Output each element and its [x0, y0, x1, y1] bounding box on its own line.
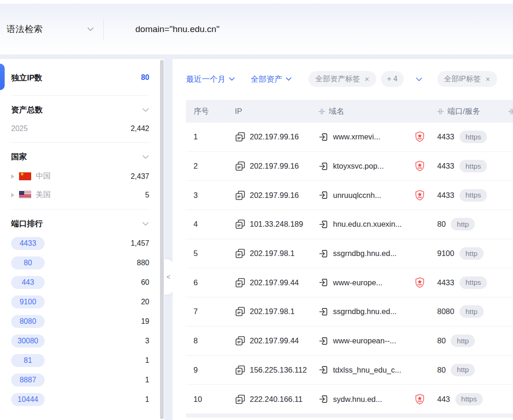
close-icon[interactable]: × — [365, 75, 369, 83]
port-pill[interactable]: 4433 — [11, 237, 45, 250]
open-domain-icon[interactable] — [319, 336, 329, 346]
sidebar-scrollbar[interactable] — [160, 60, 164, 419]
asset-total-row[interactable]: 2025 2,442 — [11, 125, 149, 133]
port-pill[interactable]: 10444 — [11, 393, 45, 406]
row-domain[interactable]: ssgrndbg.hnu.ed... — [333, 307, 397, 316]
table-row[interactable]: 1 IP 202.197.99.16 www.xrmevi... 44 — [186, 123, 513, 152]
row-ip[interactable]: 202.197.98.1 — [250, 307, 294, 316]
port-pill[interactable]: 30080 — [11, 335, 45, 348]
chevron-down-icon[interactable] — [416, 77, 422, 81]
asset-scope-dropdown[interactable]: 全部资产 — [251, 74, 292, 85]
independent-ip-section[interactable]: 独立IP数 80 — [11, 59, 149, 96]
search-mode-dropdown[interactable]: 语法检索 — [0, 23, 103, 35]
port-row: 443 60 — [11, 276, 149, 289]
table-row[interactable]: 3 IP 202.197.99.16 unruuqlccnh... 4 — [186, 181, 513, 210]
table-row[interactable]: 7 IP 202.197.98.1 ssgrndbg.hnu.ed... — [186, 297, 513, 327]
copy-ip-icon[interactable]: IP — [235, 131, 246, 142]
table-row[interactable]: 9 IP 156.225.136.112 tdxlss_hnu_edu_c... — [186, 356, 513, 385]
ip-tag-filter[interactable]: 全部IP标签 × — [437, 71, 497, 87]
row-port: 4433 — [437, 191, 454, 200]
row-domain[interactable]: tdxlss_hnu_edu_c... — [333, 366, 401, 374]
svg-text:IP: IP — [238, 311, 241, 315]
row-index: 7 — [186, 307, 235, 316]
port-pill[interactable]: 80 — [11, 256, 45, 269]
asset-tag-filter[interactable]: 全部资产标签 × — [308, 71, 376, 87]
search-query-input[interactable]: domain="hnu.edu.cn" — [135, 24, 220, 34]
port-rank-section: 端口排行 4433 1,457 80 880 443 60 9100 20 80… — [11, 210, 149, 415]
copy-ip-icon[interactable]: IP — [235, 335, 246, 346]
copy-ip-icon[interactable]: IP — [235, 306, 246, 317]
country-row-usa[interactable]: 美国 5 — [11, 190, 149, 200]
open-domain-icon[interactable] — [319, 307, 329, 317]
row-domain[interactable]: ssgrndbg.hnu.ed... — [333, 249, 397, 258]
port-pill[interactable]: 81 — [11, 354, 45, 367]
time-range-dropdown[interactable]: 最近一个月 — [186, 74, 235, 85]
port-pill[interactable]: 8080 — [11, 315, 45, 328]
expand-caret-icon[interactable] — [11, 193, 14, 197]
close-icon[interactable]: × — [486, 75, 490, 83]
chevron-down-icon[interactable] — [142, 155, 149, 159]
column-resize-icon[interactable] — [437, 108, 444, 115]
open-domain-icon[interactable] — [319, 365, 329, 375]
row-ip[interactable]: 101.33.248.189 — [250, 220, 303, 229]
protected-shield-icon — [413, 131, 426, 143]
row-domain[interactable]: www-european--... — [333, 336, 396, 345]
service-badge: https — [460, 131, 487, 143]
row-ip[interactable]: 202.197.99.16 — [250, 162, 299, 171]
table-row[interactable]: 4 IP 101.33.248.189 hnu.edu.cn.xuexin... — [186, 210, 513, 239]
row-ip[interactable]: 156.225.136.112 — [250, 366, 307, 374]
copy-ip-icon[interactable]: IP — [235, 219, 246, 230]
row-ip[interactable]: 202.197.99.44 — [250, 278, 299, 287]
open-domain-icon[interactable] — [319, 394, 329, 404]
row-ip[interactable]: 222.240.166.11 — [250, 395, 302, 404]
row-ip[interactable]: 202.197.99.44 — [250, 336, 299, 345]
col-header-domain: 域名 — [319, 106, 428, 117]
table-row[interactable]: 10 IP 222.240.166.11 sydw.hnu.ed... — [186, 385, 513, 414]
chevron-down-icon[interactable] — [142, 108, 149, 112]
copy-ip-icon[interactable]: IP — [235, 161, 246, 171]
copy-ip-icon[interactable]: IP — [235, 365, 246, 375]
row-domain[interactable]: www-europe... — [333, 278, 382, 287]
open-domain-icon[interactable] — [319, 249, 329, 259]
open-domain-icon[interactable] — [319, 132, 329, 142]
open-domain-icon[interactable] — [319, 161, 329, 171]
port-pill[interactable]: 443 — [11, 276, 45, 289]
column-resize-icon[interactable] — [508, 108, 513, 115]
service-badge: https — [460, 189, 487, 202]
service-badge: https — [460, 276, 487, 289]
port-count: 60 — [141, 278, 149, 287]
service-badge: https — [460, 160, 487, 172]
open-domain-icon[interactable] — [319, 277, 329, 288]
port-pill[interactable]: 8887 — [11, 374, 45, 387]
row-domain[interactable]: unruuqlccnh... — [333, 191, 381, 200]
copy-ip-icon[interactable]: IP — [235, 277, 246, 288]
service-badge: http — [451, 364, 475, 376]
expand-caret-icon[interactable] — [11, 174, 14, 179]
row-domain[interactable]: sydw.hnu.ed... — [333, 395, 382, 404]
column-resize-icon[interactable] — [319, 108, 325, 115]
table-header: 序号 IP 域名 端口/服务 — [186, 100, 513, 123]
open-domain-icon[interactable] — [319, 190, 329, 200]
sidebar-collapse-handle[interactable]: < — [164, 259, 173, 295]
row-ip[interactable]: 202.197.99.16 — [250, 191, 299, 200]
table-row[interactable]: 5 IP 202.197.98.1 ssgrndbg.hnu.ed... — [186, 239, 513, 269]
copy-ip-icon[interactable]: IP — [235, 394, 246, 405]
row-ip[interactable]: 202.197.98.1 — [250, 249, 294, 258]
ip-tag-label: 全部IP标签 — [444, 74, 481, 84]
row-domain[interactable]: www.xrmevi... — [333, 132, 380, 141]
protected-shield-icon — [413, 160, 426, 172]
independent-ip-label: 独立IP数 — [11, 72, 42, 83]
copy-ip-icon[interactable]: IP — [235, 190, 246, 201]
open-domain-icon[interactable] — [319, 219, 329, 230]
row-ip[interactable]: 202.197.99.16 — [250, 132, 299, 141]
copy-ip-icon[interactable]: IP — [235, 248, 246, 259]
row-domain[interactable]: hnu.edu.cn.xuexin... — [333, 220, 402, 229]
more-tags-badge[interactable]: + 4 — [381, 71, 404, 87]
port-pill[interactable]: 9100 — [11, 295, 45, 308]
chevron-down-icon[interactable] — [142, 222, 149, 226]
table-row[interactable]: 6 IP 202.197.99.44 www-europe... 44 — [186, 268, 513, 297]
table-row[interactable]: 8 IP 202.197.99.44 www-european--... — [186, 327, 513, 356]
table-row[interactable]: 2 IP 202.197.99.16 ktoyxsvc.pop... — [186, 152, 513, 181]
country-row-china[interactable]: ★ 中国 2,437 — [11, 171, 149, 181]
row-domain[interactable]: ktoyxsvc.pop... — [333, 162, 384, 171]
